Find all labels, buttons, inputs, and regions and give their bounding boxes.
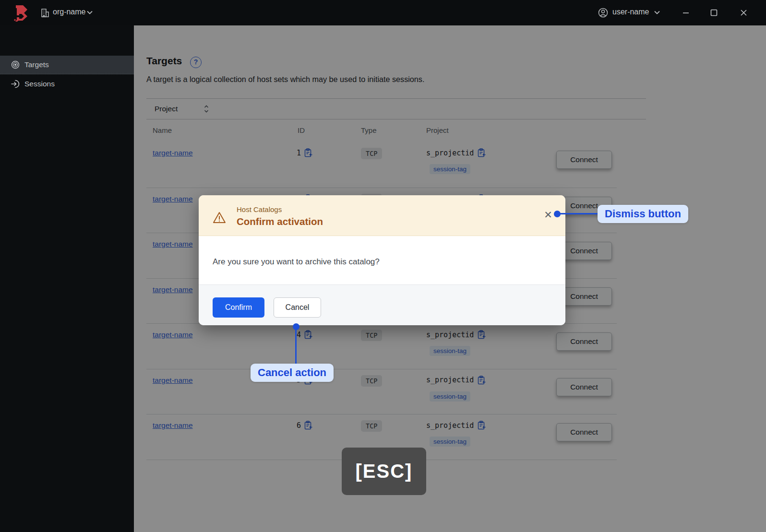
topbar: org-name user-name: [0, 0, 766, 25]
modal-footer: Confirm Cancel: [199, 284, 565, 325]
modal-message: Are you sure you want to archive this ca…: [213, 257, 380, 267]
modal-header: Host Catalogs Confirm activation ✕: [199, 195, 565, 236]
chevron-down-icon: [654, 11, 660, 14]
window-minimize-button[interactable]: [682, 9, 690, 17]
modal-kicker: Host Catalogs: [237, 205, 282, 213]
sidebar-item-label: Targets: [24, 60, 49, 69]
user-avatar-icon: [598, 8, 608, 18]
sidebar: Targets Sessions: [0, 25, 134, 532]
cancel-annotation-line: [295, 327, 297, 364]
modal-body: Are you sure you want to archive this ca…: [199, 236, 565, 284]
dismiss-annotation-label: Dismiss button: [598, 205, 688, 223]
window-close-button[interactable]: [740, 9, 748, 17]
warning-triangle-icon: [212, 211, 227, 225]
sidebar-item-sessions[interactable]: Sessions: [0, 74, 134, 93]
chevron-down-icon: [87, 11, 93, 14]
target-bullseye-icon: [11, 60, 20, 69]
org-building-icon: [40, 8, 50, 18]
confirm-button[interactable]: Confirm: [213, 297, 264, 318]
org-name-menu[interactable]: org-name: [53, 8, 85, 16]
boundary-logo-icon: [12, 4, 29, 22]
window-maximize-button[interactable]: [710, 9, 718, 17]
user-name-menu[interactable]: user-name: [612, 8, 649, 16]
dismiss-annotation-line: [557, 213, 598, 214]
esc-key-badge: [ESC]: [342, 448, 426, 495]
modal-title: Confirm activation: [237, 216, 323, 227]
sidebar-item-label: Sessions: [24, 80, 55, 88]
session-sign-in-icon: [11, 80, 20, 88]
close-icon[interactable]: ✕: [541, 208, 555, 222]
cancel-annotation-label: Cancel action: [251, 364, 334, 382]
cancel-button[interactable]: Cancel: [274, 297, 321, 318]
sidebar-item-targets[interactable]: Targets: [0, 56, 134, 74]
confirm-modal: Host Catalogs Confirm activation ✕ Are y…: [199, 195, 565, 325]
